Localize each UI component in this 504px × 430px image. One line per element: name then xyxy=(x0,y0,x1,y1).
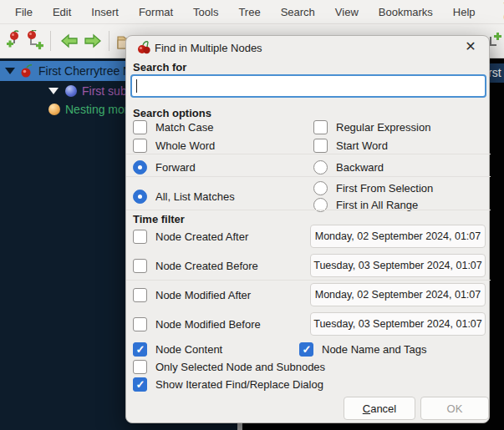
only-selected-node-checkbox[interactable]: Only Selected Node and Subnodes xyxy=(133,358,325,375)
time-filter-label: Time filter xyxy=(133,213,185,225)
menu-edit[interactable]: Edit xyxy=(43,0,81,23)
checkbox-checked-icon[interactable] xyxy=(133,377,147,392)
created-before-date-button[interactable]: Tuesday, 03 September 2024, 01:07 xyxy=(310,254,486,277)
start-word-checkbox[interactable]: Start Word xyxy=(313,137,388,154)
node-created-before-checkbox[interactable]: Node Created Before xyxy=(133,257,258,274)
backward-radio[interactable]: Backward xyxy=(313,159,384,175)
whole-word-checkbox[interactable]: Whole Word xyxy=(133,137,215,154)
checkbox-icon[interactable] xyxy=(133,317,147,331)
go-back-icon[interactable] xyxy=(59,30,80,52)
modified-before-date-button[interactable]: Tuesday, 03 September 2024, 01:07 xyxy=(310,312,486,336)
add-subnode-icon[interactable] xyxy=(25,30,47,52)
search-for-label: Search for xyxy=(133,61,186,73)
checkbox-icon[interactable] xyxy=(313,120,328,134)
checkbox-icon[interactable] xyxy=(133,288,147,302)
checkbox-checked-icon[interactable] xyxy=(299,342,313,357)
checkbox-icon[interactable] xyxy=(313,139,328,153)
show-iterated-dialog-checkbox[interactable]: Show Iterated Find/Replace Dialog xyxy=(133,376,323,392)
expander-down-icon[interactable] xyxy=(5,68,15,74)
created-after-date-button[interactable]: Monday, 02 September 2024, 01:07 xyxy=(310,225,486,248)
cancel-button[interactable]: Cancel xyxy=(344,397,415,420)
orange-node-icon xyxy=(48,104,60,115)
menu-search[interactable]: Search xyxy=(271,0,325,23)
match-case-checkbox[interactable]: Match Case xyxy=(133,119,213,135)
checkbox-icon[interactable] xyxy=(133,230,147,244)
regular-expression-checkbox[interactable]: Regular Expression xyxy=(313,119,430,135)
text-caret xyxy=(136,79,137,93)
forward-radio[interactable]: Forward xyxy=(133,159,196,175)
menu-insert[interactable]: Insert xyxy=(81,0,129,23)
checkbox-icon[interactable] xyxy=(133,259,147,273)
checkbox-icon[interactable] xyxy=(133,360,147,374)
radio-selected-icon[interactable] xyxy=(133,190,147,204)
menu-format[interactable]: Format xyxy=(129,0,183,23)
close-icon[interactable]: ✕ xyxy=(462,38,479,55)
tree-item-label: First Cherrytree N xyxy=(38,64,131,78)
menu-bookmarks[interactable]: Bookmarks xyxy=(369,0,443,23)
node-content-checkbox[interactable]: Node Content xyxy=(133,341,222,357)
node-created-after-checkbox[interactable]: Node Created After xyxy=(133,228,248,245)
cherry-app-icon xyxy=(136,39,152,55)
cherry-node-icon xyxy=(20,64,34,78)
menu-bar: File Edit Insert Format Tools Tree Searc… xyxy=(0,0,504,23)
expander-down-icon[interactable] xyxy=(48,88,59,94)
menu-tree[interactable]: Tree xyxy=(228,0,270,23)
node-modified-after-checkbox[interactable]: Node Modified After xyxy=(133,286,251,303)
go-forward-icon[interactable] xyxy=(82,30,104,52)
menu-file[interactable]: File xyxy=(15,0,43,23)
cherrytree-window: File Edit Insert Format Tools Tree Searc… xyxy=(0,0,504,430)
node-modified-before-checkbox[interactable]: Node Modified Before xyxy=(133,316,261,332)
checkbox-icon[interactable] xyxy=(133,139,147,153)
search-input[interactable] xyxy=(130,74,486,98)
checkbox-checked-icon[interactable] xyxy=(133,342,147,357)
search-options-label: Search options xyxy=(133,107,211,119)
find-in-multiple-nodes-dialog: Find in Multiple Nodes ✕ Search for Sear… xyxy=(125,35,490,423)
all-list-matches-radio[interactable]: All, List Matches xyxy=(133,188,235,205)
radio-icon[interactable] xyxy=(313,160,328,175)
tree-item-label: Nesting mor xyxy=(65,103,128,116)
menu-view[interactable]: View xyxy=(325,0,369,23)
partial-toolbar-icon[interactable] xyxy=(489,30,504,52)
editor-visible-text: rst xyxy=(488,66,501,79)
menu-tools[interactable]: Tools xyxy=(183,0,228,23)
first-in-all-range-radio[interactable]: First in All Range xyxy=(313,196,418,213)
dialog-title: Find in Multiple Nodes xyxy=(155,42,262,54)
first-from-selection-radio[interactable]: First From Selection xyxy=(313,180,433,196)
modified-after-date-button[interactable]: Monday, 02 September 2024, 01:07 xyxy=(310,283,486,306)
radio-selected-icon[interactable] xyxy=(133,160,147,175)
radio-icon[interactable] xyxy=(313,181,328,195)
node-name-and-tags-checkbox[interactable]: Node Name and Tags xyxy=(299,341,427,357)
ok-button[interactable]: OK xyxy=(420,397,489,420)
dialog-title-bar[interactable]: Find in Multiple Nodes ✕ xyxy=(126,36,489,58)
menu-help[interactable]: Help xyxy=(443,0,486,23)
blue-node-icon xyxy=(65,85,77,97)
add-node-icon[interactable] xyxy=(3,30,25,52)
checkbox-icon[interactable] xyxy=(133,120,147,134)
